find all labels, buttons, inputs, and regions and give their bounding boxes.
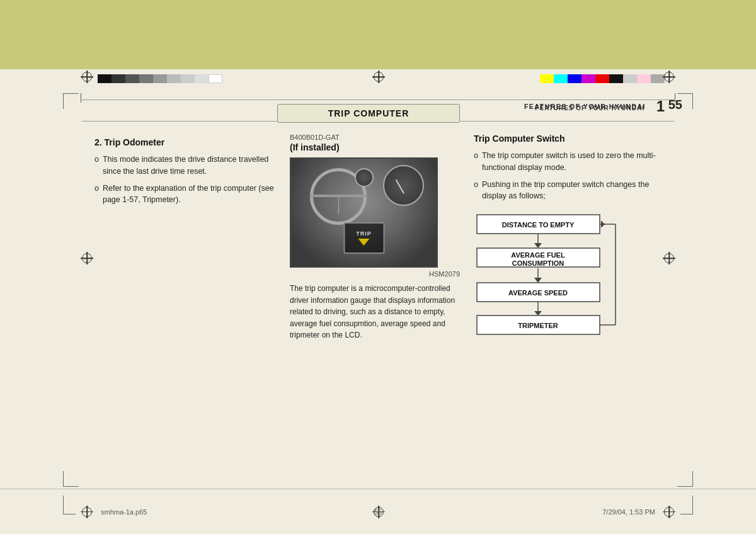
bullet-o-2: o <box>94 183 99 207</box>
swatch-7 <box>181 74 195 83</box>
swatch-r2 <box>554 74 568 83</box>
right-bullet-crosshair <box>663 252 675 264</box>
right-bullet-o-1: o <box>474 150 478 174</box>
body-text: The trip computer is a microcomputer-con… <box>290 283 460 341</box>
svg-marker-12 <box>534 311 542 315</box>
chapter-number: 1 <box>656 98 665 115</box>
swatches-left <box>98 74 222 83</box>
swatch-5 <box>153 74 167 83</box>
image-code: B400B01D-GAT <box>290 134 460 141</box>
middle-column: B400B01D-GAT (If installed) TRIP HSM2079… <box>290 134 460 341</box>
swatch-8 <box>195 74 209 83</box>
bullet-item-2: o Refer to the explanation of the trip c… <box>94 183 284 207</box>
right-section-title: Trip Computer Switch <box>474 134 663 144</box>
left-marker <box>81 93 81 103</box>
swatch-r5 <box>595 74 609 83</box>
right-bullet-text-2: Pushing in the trip computer switch chan… <box>482 179 663 203</box>
features-text: FEATURES OF YOUR HYUNDAI <box>535 105 644 111</box>
bullet-o-1: o <box>94 154 99 178</box>
swatch-r3 <box>568 74 581 83</box>
reg-mark-top-center <box>372 71 385 83</box>
swatch-r4 <box>581 74 595 83</box>
swatch-r8 <box>637 74 651 83</box>
swatch-9 <box>209 74 222 83</box>
swatch-2 <box>112 74 125 83</box>
swatch-1 <box>98 74 112 83</box>
reg-mark-top-left <box>81 71 93 83</box>
svg-marker-18 <box>601 220 605 228</box>
trip-computer-title-box: TRIP COMPUTER <box>277 104 460 123</box>
footer: smhma-1a.p65 55 7/29/04, 1:53 PM <box>0 489 756 534</box>
left-column: 2. Trip Odometer o This mode indicates t… <box>94 137 284 211</box>
footer-date: 7/29/04, 1:53 PM <box>602 508 655 516</box>
flow-diagram-svg: DISTANCE TO EMPTY AVERAGE FUEL CONSUMPTI… <box>474 212 625 350</box>
swatches-right <box>540 74 665 83</box>
svg-text:DISTANCE TO EMPTY: DISTANCE TO EMPTY <box>502 221 575 229</box>
car-dashboard-image: TRIP <box>290 157 438 268</box>
right-bullet-2: o Pushing in the trip computer switch ch… <box>474 179 663 203</box>
left-bullet-crosshair <box>81 252 93 264</box>
if-installed: (If installed) <box>290 142 460 152</box>
reg-mark-top-right <box>663 71 675 83</box>
flow-diagram: DISTANCE TO EMPTY AVERAGE FUEL CONSUMPTI… <box>474 212 619 352</box>
right-bullet-o-2: o <box>474 179 478 203</box>
footer-page: 55 <box>374 508 382 516</box>
swatch-6 <box>167 74 181 83</box>
right-bullet-1: o The trip computer switch is used to ze… <box>474 150 663 174</box>
svg-text:AVERAGE SPEED: AVERAGE SPEED <box>508 289 568 297</box>
footer-bracket-right <box>680 496 693 514</box>
header-divider-top <box>82 99 674 100</box>
bullet-item-1: o This mode indicates the drive distance… <box>94 154 284 178</box>
swatch-r6 <box>609 74 623 83</box>
bullet-text-2: Refer to the explanation of the trip com… <box>103 183 284 207</box>
svg-text:AVERAGE FUEL: AVERAGE FUEL <box>511 251 565 259</box>
bullet-text-1: This mode indicates the drive distance t… <box>103 154 284 178</box>
footer-crosshair-left <box>81 506 93 518</box>
svg-text:CONSUMPTION: CONSUMPTION <box>512 259 564 267</box>
right-bullet-text-1: The trip computer switch is used to zero… <box>482 150 663 174</box>
swatch-r7 <box>623 74 637 83</box>
svg-marker-8 <box>534 278 542 283</box>
corner-bl <box>63 471 79 487</box>
footer-crosshair-right <box>663 506 675 518</box>
svg-text:TRIPMETER: TRIPMETER <box>518 322 558 329</box>
svg-marker-3 <box>534 243 542 248</box>
corner-br <box>677 471 693 487</box>
swatch-4 <box>139 74 153 83</box>
top-bar <box>0 0 756 69</box>
footer-filename: smhma-1a.p65 <box>101 508 147 516</box>
swatch-3 <box>125 74 139 83</box>
swatch-r1 <box>540 74 554 83</box>
left-section-title: 2. Trip Odometer <box>94 137 284 147</box>
corner-tl <box>63 93 79 109</box>
image-credit: HSM2079 <box>290 270 460 278</box>
footer-bracket-left <box>63 496 76 514</box>
right-column: Trip Computer Switch o The trip computer… <box>474 134 663 352</box>
